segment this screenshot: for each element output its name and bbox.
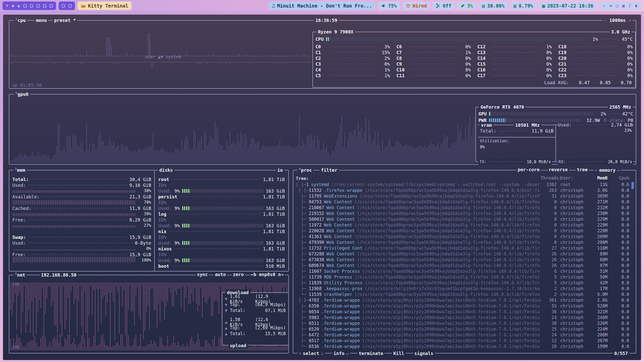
process-row[interactable]: ├─ 94753Web Content(/nix/store/fqadd0bpr… (296, 199, 629, 205)
process-row[interactable]: ├─ 6350.ferdium-wrappe(/nix/store/a1pj8h… (296, 303, 629, 309)
tray-icon-3[interactable]: ▣ (622, 3, 625, 8)
net-sync-toggle[interactable]: sync (196, 272, 209, 277)
proc-action-signals[interactable]: signals (413, 350, 435, 356)
tray-icon-4[interactable]: ♪ (629, 3, 631, 8)
disk-used-row: Used:9%163 GiB (158, 240, 285, 246)
window-title-button[interactable]: Kitty Terminal (77, 2, 132, 10)
process-row[interactable]: [-]─1systemd(/run/current-system/systemd… (296, 182, 629, 187)
process-row[interactable]: ├─ 6472.ferdium-wrappe(/nix/store/a1pj8h… (296, 332, 629, 338)
process-row[interactable]: ├─ 11972Web Content(/nix/store/fqadd0bpr… (296, 222, 629, 228)
net-interface-selector[interactable]: ←b enp8s0 n→ (250, 272, 285, 277)
process-row[interactable]: ├─ 6654.ferdium-wrappe(/nix/store/a1pj8h… (296, 309, 629, 314)
proc-sort-selector[interactable]: ← memory → (594, 167, 621, 173)
nix-icon[interactable]: ✻ (12, 3, 14, 8)
proc-action-Kill[interactable]: Kill (392, 350, 405, 356)
process-row[interactable]: ├─ 11795WebExtensions(/nix/store/fqadd0b… (296, 193, 629, 199)
process-row[interactable]: ├─ 218067Web Content(/nix/store/fqadd0bp… (296, 205, 629, 210)
process-row[interactable]: ├─ 11607Socket Process(/nix/store/fqadd0… (296, 268, 629, 274)
system-tray[interactable]: ✓≈▢▣♪∨ (599, 2, 642, 10)
workspaces[interactable]: ♥✻↻ (3, 2, 56, 10)
refresh-icon[interactable]: ↻ (18, 3, 20, 8)
workspace-icon[interactable] (62, 4, 65, 8)
disks-title[interactable]: disks (158, 167, 174, 173)
module-memory[interactable]: ▤30.06% (479, 2, 508, 10)
process-row[interactable]: [-]─11532.firefox-wrappe(/nix/store/fqad… (296, 187, 629, 193)
process-row[interactable]: ├─ 689674Web Content(/nix/store/fqadd0bp… (296, 262, 629, 268)
sort-left-arrow[interactable]: ← (595, 167, 598, 173)
gpu-temp: 42°C (620, 111, 633, 116)
process-row[interactable]: ├─ 11739RDD Process(/nix/store/fqadd0bpr… (296, 274, 629, 280)
proc-control-tree[interactable]: tree (576, 167, 589, 172)
process-row[interactable]: ├─ 6511.ferdium-wrappe(/nix/store/a1pj8h… (296, 320, 629, 326)
workspace-icon[interactable] (36, 4, 40, 8)
tray-icon-1[interactable]: ≈ (610, 3, 612, 8)
process-row[interactable]: ├─ 219152Web Content(/nix/store/fqadd0bp… (296, 210, 629, 216)
proc-scrollbar[interactable] (631, 182, 634, 189)
status-bar-right: 75%WiredOff5%▤30.06%▥8.79%▦2025-07-22 16… (378, 2, 641, 10)
proc-control-per-core[interactable]: per-core (516, 167, 541, 172)
interval-minus-button[interactable]: - (604, 18, 607, 23)
process-row[interactable]: ├─ 6520.ferdium-wrappe(/nix/store/a1pj8h… (296, 326, 629, 332)
proc-action-info[interactable]: info↵ (332, 350, 350, 356)
net-auto-toggle[interactable]: auto (214, 272, 227, 277)
heart-icon[interactable]: ♥ (6, 3, 8, 8)
proc-panel-title[interactable]: 4proc (297, 167, 313, 173)
disks-io-toggle[interactable]: io (276, 167, 284, 173)
proc-controls: per-corereversetree (516, 167, 589, 172)
process-row[interactable]: ├─ 41363Web Content(/nix/store/fqadd0bpr… (296, 234, 629, 239)
process-row[interactable]: ├─ 11839Utility Process(/nix/store/fqadd… (296, 280, 629, 286)
workspace-icon[interactable] (68, 4, 72, 8)
update-interval[interactable]: - 1000ms + (602, 17, 633, 23)
module-clock[interactable]: ▦2025-07-22 16:36 (539, 2, 596, 10)
core-row: C100% (396, 67, 471, 73)
module-volume[interactable]: 75% (378, 2, 400, 10)
cpu-total-row: CPU 1% 45°C (315, 36, 633, 42)
workspace-icon[interactable] (43, 4, 46, 8)
process-row[interactable]: ├─ 479390Web Content(/nix/store/fqadd0bp… (296, 239, 629, 245)
proc-action-select[interactable]: ↑select↓ (297, 350, 325, 356)
mem-stat-row: Available:21,3 GiB (12, 194, 151, 200)
gpu-util-label: Utilization: (480, 139, 509, 143)
mem-stat-row: Total:30,4 GiB (12, 176, 151, 182)
sort-right-arrow[interactable]: → (617, 167, 620, 173)
process-row[interactable]: ├─ 220028Web Content(/nix/store/fqadd0bp… (296, 228, 629, 234)
media-player[interactable]: ♫ Minuit Machine - Don't Run Fro... (269, 2, 375, 10)
process-row[interactable]: ├─ 673038Web Content(/nix/store/fqadd0bp… (296, 257, 629, 262)
filter-button[interactable]: filter (319, 167, 339, 173)
preset-button[interactable]: preset * (53, 17, 77, 23)
workspace-icon[interactable] (23, 4, 27, 8)
core-row: C210% (558, 61, 633, 67)
workspace-icon[interactable] (30, 4, 33, 8)
menu-button[interactable]: menu (34, 17, 48, 23)
module-disk[interactable]: ▥8.79% (510, 2, 536, 10)
net-stats-box: download ▼1,61 KiB/s(12,9 Kibps)▼Top:(64… (222, 292, 289, 345)
cpu-panel-title[interactable]: 1cpu (14, 17, 27, 23)
workspace-icon[interactable] (50, 4, 53, 8)
process-row[interactable]: ├─ 11968.keepassxc-prox(/nix/store/bslpj… (296, 286, 629, 291)
disk-used-row: Used:9%163 GiB (158, 257, 285, 263)
proc-control-reverse[interactable]: reverse (547, 167, 569, 172)
process-row[interactable]: ├─ 11732Privileged Cont(/nix/store/fqadd… (296, 245, 629, 251)
mem-panel-title[interactable]: 2mem (13, 167, 27, 173)
workspaces-secondary[interactable] (59, 2, 75, 10)
cpu-max-freq: 3.0 GHz (610, 29, 632, 35)
module-cpu[interactable]: 5% (457, 2, 476, 10)
process-row[interactable]: ├─ 580017Web Content(/nix/store/fqadd0bp… (296, 216, 629, 222)
process-row[interactable]: ├─ 6517.ferdium-wrappe(/nix/store/a1pj8h… (296, 338, 629, 343)
module-network[interactable]: Wired (403, 2, 430, 10)
gpu-panel-title[interactable]: 5gpu0 (14, 91, 30, 97)
tray-icon-0[interactable]: ✓ (603, 3, 606, 8)
tray-icon-5[interactable]: ∨ (635, 3, 637, 8)
process-row[interactable]: └─ 11539crashhelper(/nix/store/fqadd0bpr… (296, 291, 629, 297)
tray-icon-2[interactable]: ▢ (616, 3, 618, 8)
proc-action-terminate[interactable]: terminate (357, 350, 385, 356)
process-row[interactable]: ├─ 5983.ferdium-wrappe(/nix/store/a1pj8h… (296, 314, 629, 320)
process-row[interactable]: [-]─4783.ferdium-wrappe(/nix/store/a1pj8… (296, 297, 629, 303)
interval-plus-button[interactable]: + (628, 18, 631, 23)
module-bluetooth[interactable]: Off (433, 2, 455, 10)
core-row: C160% (477, 67, 552, 73)
net-zero-toggle[interactable]: zero (232, 272, 245, 277)
process-row[interactable]: ├─ 673288Web Content(/nix/store/fqadd0bp… (296, 251, 629, 257)
net-panel-title[interactable]: 3net (13, 272, 27, 278)
process-row[interactable]: └─ 6536.ferdium-wrappe(/nix/store/a1pj8h… (296, 343, 629, 349)
